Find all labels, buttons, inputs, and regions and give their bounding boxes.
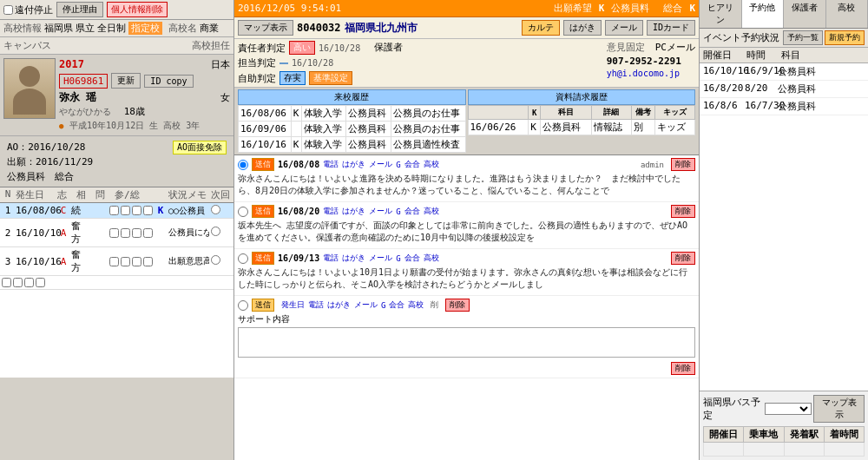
self-status[interactable]: 存実	[279, 71, 306, 85]
comm-type-send[interactable]: 送信	[252, 252, 274, 265]
auto-stop-input[interactable]	[3, 5, 13, 15]
mail-btn[interactable]: メール	[605, 20, 643, 36]
comm-delete-btn[interactable]: 削除	[671, 252, 695, 265]
id-copy-btn[interactable]: ID copy	[144, 75, 193, 88]
pc-mail-label: PCメール	[655, 41, 695, 54]
comm-meeting-link[interactable]: 会合	[404, 206, 420, 217]
comm-mail-link[interactable]: メール	[369, 159, 392, 170]
map-btn-bus[interactable]: マップ表示	[813, 395, 865, 423]
comm-mail-link2[interactable]: メール	[354, 299, 378, 311]
school-name-label: 高校名	[168, 22, 197, 35]
cb2[interactable]	[121, 206, 130, 215]
comm-type-send[interactable]: 送信	[252, 205, 274, 218]
hagaki-btn[interactable]: はがき	[563, 20, 602, 36]
bus-select[interactable]	[765, 403, 812, 415]
comm-phone-link[interactable]: 電話	[323, 159, 339, 170]
comm-radio[interactable]	[238, 160, 248, 170]
no-list-header: N 発生日 志 相 問 参/総 状況メモ 次回	[0, 187, 233, 203]
comm-g-link[interactable]: G	[396, 161, 400, 169]
comm-hagaki-link2[interactable]: はがき	[327, 299, 351, 311]
comm-phone-link[interactable]: 電話	[323, 206, 339, 217]
table-row[interactable]: 16/10/16K体験入学公務員科公務員適性検査	[239, 137, 466, 153]
fees-label: 公務員料	[611, 2, 649, 15]
no-row[interactable]: 2 16/10/10 A 奮方 公務員になりたい気持ちが強い。優性もある。B評価…	[0, 219, 233, 247]
cb3[interactable]	[132, 206, 141, 215]
comm-g-link[interactable]: G	[396, 254, 400, 263]
comm-g-link[interactable]: G	[396, 207, 400, 216]
comm-delete-btn2[interactable]: 削除	[445, 299, 470, 312]
comm-hagaki-link[interactable]: はがき	[342, 253, 365, 264]
event-row[interactable]: 16/10/16 16/9/16 公務員科	[700, 63, 868, 81]
cb4[interactable]	[143, 206, 153, 215]
cb2[interactable]	[121, 257, 130, 266]
cb3[interactable]	[132, 228, 141, 238]
table-row[interactable]: 16/06/26K公務員科情報誌別キッズ	[468, 120, 695, 135]
next-radio[interactable]	[211, 227, 220, 236]
karute-btn[interactable]: カルテ	[522, 20, 560, 36]
cb1[interactable]	[109, 228, 119, 238]
tab-guardian[interactable]: 保護者	[784, 0, 826, 28]
comm-high-link[interactable]: 高校	[424, 159, 439, 170]
kijun-btn[interactable]: 基準設定	[309, 71, 352, 85]
comm-high-link[interactable]: 高校	[424, 206, 439, 217]
map-display-btn[interactable]: マップ表示	[238, 20, 293, 36]
comm-delete-btn[interactable]: 削除	[671, 205, 695, 218]
comm-meeting-link[interactable]: 会合	[404, 253, 420, 264]
comm-type-send-new[interactable]: 送信	[252, 299, 274, 312]
next-radio[interactable]	[211, 255, 220, 265]
cb1[interactable]	[109, 206, 119, 215]
table-row[interactable]: 16/09/06体験入学公務員科公務員のお仕事	[239, 122, 466, 137]
yoyaku-btn[interactable]: 予約一覧	[783, 30, 823, 45]
id-card-btn[interactable]: IDカード	[647, 20, 695, 36]
comm-phone-link[interactable]: 電話	[323, 253, 339, 264]
comm-meeting-link[interactable]: 会合	[404, 159, 420, 170]
comm-note: 削	[431, 299, 438, 311]
tab-highschool[interactable]: 高校	[826, 0, 869, 28]
no-row[interactable]: 3 16/10/16 A 奮方 出願意思高く保護者も納得された。AOエントリー.…	[0, 247, 233, 276]
no-row[interactable]: 1 16/08/06 C 続 K ○○公務員 気持ちははっきりしています。学校選…	[0, 203, 233, 219]
bus-title: 福岡県バス予定	[703, 396, 765, 422]
comm-hagaki-link[interactable]: はがき	[342, 159, 365, 170]
cb3[interactable]	[24, 278, 34, 287]
support-textarea[interactable]	[238, 327, 695, 358]
cb4[interactable]	[36, 278, 45, 287]
tab-reservation[interactable]: 予約他	[742, 0, 785, 28]
cb4[interactable]	[143, 257, 153, 266]
event-row[interactable]: 16/8/20 8/20 公務員科	[700, 81, 868, 98]
comm-delete-btn[interactable]: 削除	[671, 158, 695, 171]
comm-meeting-link2[interactable]: 会合	[389, 299, 404, 311]
comm-input-entry: 送信 発生日 電話 はがき メール G 会合 高校 削 削除 サポート内容 削除	[234, 296, 699, 378]
comm-g-link2[interactable]: G	[381, 301, 385, 310]
comm-radio[interactable]	[238, 300, 248, 311]
comm-high-link[interactable]: 高校	[424, 253, 439, 264]
comm-mail-link[interactable]: メール	[369, 253, 392, 264]
cb1[interactable]	[2, 278, 11, 287]
next-radio[interactable]	[211, 205, 220, 214]
comm-phone-link2[interactable]: 電話	[308, 299, 324, 311]
designated-btn[interactable]: 指定校	[128, 22, 162, 35]
personal-delete-btn[interactable]: 個人情報削除	[107, 2, 168, 17]
comm-hagaki-link[interactable]: はがき	[342, 206, 365, 217]
delete-btn-bottom[interactable]: 削除	[671, 362, 695, 375]
cb2[interactable]	[121, 228, 130, 238]
all-day-label: 全日制	[97, 22, 126, 35]
student-age: 18歳	[124, 106, 145, 117]
table-row[interactable]: 16/08/06K体験入学公務員科公務員のお仕事	[239, 106, 466, 122]
new-reservation-btn[interactable]: 新規予約	[825, 30, 865, 45]
stop-reason-btn[interactable]: 停止理由	[56, 2, 103, 17]
comm-birthdate-link[interactable]: 発生日	[281, 299, 305, 311]
cb2[interactable]	[13, 278, 23, 287]
comm-high-link2[interactable]: 高校	[408, 299, 424, 311]
cb4[interactable]	[143, 228, 153, 238]
tab-hearing[interactable]: ヒアリン	[700, 0, 742, 28]
comm-radio[interactable]	[238, 253, 248, 264]
comm-mail-link[interactable]: メール	[369, 206, 392, 217]
ao-exemption: AO面接免除	[173, 141, 227, 154]
event-row[interactable]: 16/8/6 16/7/30 公務員科	[700, 98, 868, 115]
comm-radio[interactable]	[238, 207, 248, 217]
cb1[interactable]	[109, 257, 119, 266]
update-btn[interactable]: 更新	[111, 73, 141, 89]
comm-type-send[interactable]: 送信	[252, 158, 274, 171]
auto-stop-checkbox[interactable]: 遠付停止	[3, 3, 53, 16]
cb3[interactable]	[132, 257, 141, 266]
